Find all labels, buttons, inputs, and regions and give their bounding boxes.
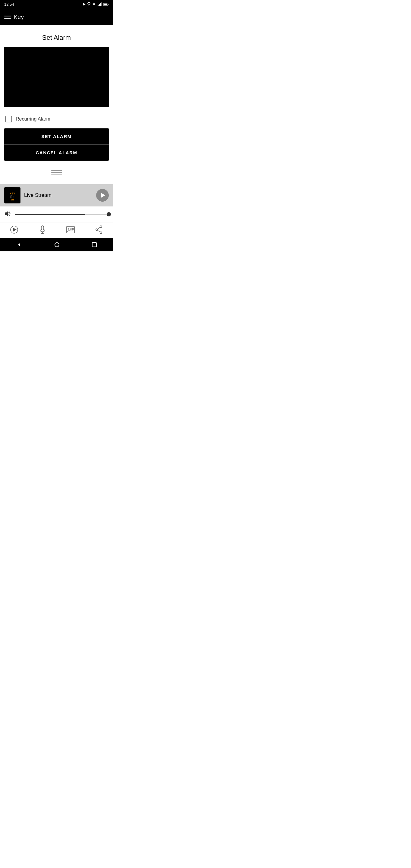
play-triangle-icon bbox=[101, 193, 105, 198]
svg-rect-17 bbox=[41, 226, 44, 230]
drag-handle-line-2 bbox=[51, 172, 62, 173]
hamburger-line-3 bbox=[4, 19, 11, 19]
drag-handle-line-1 bbox=[51, 170, 62, 171]
page-title: Set Alarm bbox=[4, 25, 109, 47]
android-nav-bar bbox=[0, 238, 113, 251]
svg-point-27 bbox=[100, 232, 102, 234]
svg-text:fm: fm bbox=[10, 195, 14, 198]
volume-speaker-icon bbox=[4, 211, 11, 217]
android-home-button[interactable] bbox=[55, 242, 59, 247]
keyfm-logo-svg: KEY fm 101 bbox=[5, 188, 20, 203]
volume-slider-fill bbox=[15, 214, 85, 215]
svg-rect-3 bbox=[98, 5, 98, 6]
status-time: 12:54 bbox=[4, 2, 14, 7]
now-playing-title: Live Stream bbox=[24, 192, 93, 198]
menu-button[interactable] bbox=[4, 15, 11, 19]
svg-marker-0 bbox=[83, 3, 86, 6]
cancel-alarm-button[interactable]: CANCEL ALARM bbox=[4, 144, 109, 161]
recurring-checkbox[interactable] bbox=[5, 116, 12, 122]
volume-row bbox=[0, 207, 113, 222]
bottom-nav bbox=[0, 222, 113, 238]
station-logo-inner: KEY fm 101 bbox=[4, 187, 21, 204]
station-logo: KEY fm 101 bbox=[4, 187, 21, 204]
now-playing-bar: KEY fm 101 Live Stream bbox=[0, 184, 113, 207]
recurring-label: Recurring Alarm bbox=[16, 116, 50, 122]
status-bar: 12:54 bbox=[0, 0, 113, 8]
nav-contact-icon bbox=[66, 226, 75, 233]
nav-play-icon bbox=[10, 225, 19, 234]
svg-point-26 bbox=[96, 229, 98, 230]
nav-share-button[interactable] bbox=[85, 225, 113, 234]
status-icons bbox=[82, 2, 109, 6]
svg-line-28 bbox=[98, 227, 100, 229]
now-playing-play-button[interactable] bbox=[96, 189, 109, 202]
svg-rect-8 bbox=[108, 4, 109, 5]
nav-mic-icon bbox=[39, 225, 46, 234]
wifi-icon bbox=[92, 3, 96, 6]
svg-rect-4 bbox=[99, 4, 100, 6]
hamburger-line-1 bbox=[4, 15, 11, 16]
svg-rect-5 bbox=[100, 3, 101, 6]
signal-icon bbox=[98, 2, 102, 6]
svg-point-25 bbox=[100, 226, 102, 227]
android-back-button[interactable] bbox=[16, 242, 22, 248]
android-recents-button[interactable] bbox=[92, 242, 97, 247]
nav-share-icon bbox=[95, 225, 102, 234]
volume-slider[interactable] bbox=[15, 214, 109, 215]
svg-rect-6 bbox=[101, 2, 102, 6]
nav-play-button[interactable] bbox=[0, 225, 28, 234]
volume-slider-thumb bbox=[107, 212, 111, 216]
svg-marker-30 bbox=[18, 243, 20, 247]
nav-mic-button[interactable] bbox=[28, 225, 57, 234]
recurring-alarm-row: Recurring Alarm bbox=[4, 113, 109, 128]
main-content: Set Alarm Recurring Alarm SET ALARM CANC… bbox=[0, 25, 113, 184]
drag-handle-line-3 bbox=[51, 174, 62, 175]
svg-text:101: 101 bbox=[11, 199, 14, 201]
svg-line-29 bbox=[98, 230, 100, 232]
svg-rect-9 bbox=[104, 4, 107, 5]
battery-icon bbox=[103, 3, 109, 6]
app-bar-title: Key bbox=[13, 13, 24, 21]
time-picker-area[interactable] bbox=[4, 47, 109, 107]
app-bar: Key bbox=[0, 8, 113, 25]
nav-contact-button[interactable] bbox=[57, 226, 85, 233]
location-icon bbox=[87, 2, 90, 6]
hamburger-line-2 bbox=[4, 17, 11, 17]
svg-marker-16 bbox=[13, 228, 17, 231]
svg-marker-14 bbox=[5, 211, 8, 216]
svg-point-1 bbox=[88, 2, 90, 5]
svg-point-21 bbox=[68, 228, 70, 230]
drag-handle bbox=[4, 168, 109, 178]
play-status-icon bbox=[82, 2, 86, 6]
set-alarm-button[interactable]: SET ALARM bbox=[4, 128, 109, 144]
back-chevron-icon bbox=[17, 243, 22, 247]
volume-icon bbox=[4, 211, 11, 218]
